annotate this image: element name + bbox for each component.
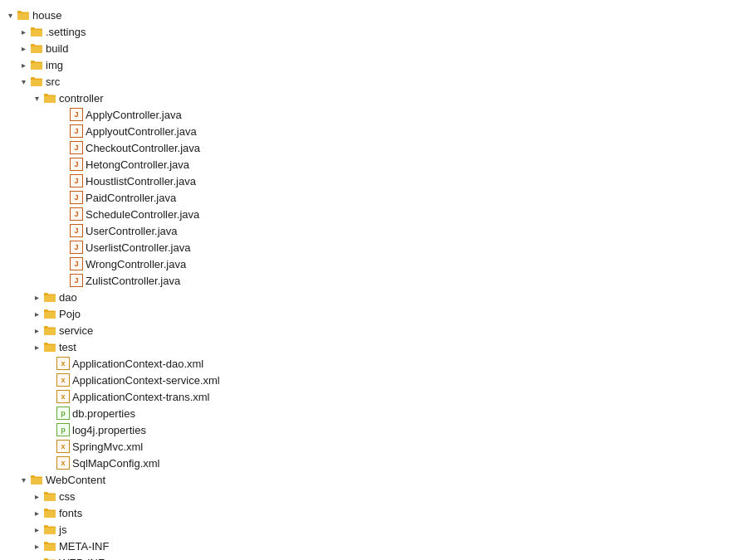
tree-item-appcontext-service[interactable]: x ApplicationContext-service.xml <box>0 372 744 388</box>
xml-file-icon: x <box>56 456 70 470</box>
tree-item-appcontext-dao[interactable]: x ApplicationContext-dao.xml <box>0 355 744 372</box>
label-house: house <box>32 9 61 22</box>
folder-icon-controller <box>43 91 56 105</box>
spacer <box>43 456 56 470</box>
tree-item-service[interactable]: service <box>0 322 744 338</box>
tree-item-web-inf[interactable]: WEB-INF <box>0 554 744 560</box>
java-file-icon: J <box>70 124 83 138</box>
java-file-icon: J <box>70 207 83 221</box>
tree-item-schedulecontroller[interactable]: J ScheduleController.java <box>0 206 744 222</box>
label-zulistcontroller: ZulistController.java <box>86 275 180 287</box>
label-test: test <box>59 341 76 353</box>
tree-item-webcontent[interactable]: WebContent <box>0 471 744 488</box>
label-userlistcontroller: UserlistController.java <box>86 241 190 254</box>
java-file-icon: J <box>70 274 83 287</box>
tree-item-log4j-properties[interactable]: p log4j.properties <box>0 421 744 438</box>
spacer <box>43 440 56 453</box>
spacer <box>56 158 70 171</box>
properties-file-icon: p <box>56 407 70 420</box>
tree-item-zulistcontroller[interactable]: J ZulistController.java <box>0 272 744 289</box>
tree-item-houstlistcontroller[interactable]: J HoustlistController.java <box>0 173 744 189</box>
toggle-build[interactable] <box>17 41 30 55</box>
label-webcontent: WebContent <box>46 474 105 486</box>
xml-file-icon: x <box>56 440 70 453</box>
label-hetongcontroller: HetongController.java <box>86 158 189 171</box>
toggle-js[interactable] <box>30 523 43 536</box>
toggle-src[interactable] <box>17 75 30 88</box>
tree-item-test[interactable]: test <box>0 338 744 355</box>
toggle-test[interactable] <box>30 340 43 353</box>
folder-icon-test <box>43 340 56 353</box>
tree-item-paidcontroller[interactable]: J PaidController.java <box>0 189 744 206</box>
xml-file-icon: x <box>56 390 70 403</box>
tree-item-controller[interactable]: controller <box>0 90 744 106</box>
folder-icon-pojo <box>43 307 56 320</box>
tree-item-pojo[interactable]: Pojo <box>0 305 744 322</box>
label-pojo: Pojo <box>59 308 81 320</box>
spacer <box>43 423 56 436</box>
spacer <box>43 390 56 403</box>
tree-item-css[interactable]: css <box>0 488 744 504</box>
spacer <box>56 257 70 270</box>
folder-icon-build <box>30 41 43 55</box>
label-db-properties: db.properties <box>72 407 135 420</box>
tree-item-usercontroller[interactable]: J UserController.java <box>0 222 744 239</box>
toggle-webcontent[interactable] <box>17 473 30 486</box>
spacer <box>56 108 70 121</box>
xml-file-icon: x <box>56 357 70 370</box>
java-file-icon: J <box>70 158 83 171</box>
toggle-settings[interactable] <box>17 25 30 38</box>
toggle-web-inf[interactable] <box>30 556 43 560</box>
toggle-css[interactable] <box>30 489 43 503</box>
tree-item-hetongcontroller[interactable]: J HetongController.java <box>0 156 744 173</box>
label-web-inf: WEB-INF <box>59 557 105 561</box>
tree-item-fonts[interactable]: fonts <box>0 504 744 521</box>
tree-item-applycontroller[interactable]: J ApplyController.java <box>0 106 744 123</box>
tree-item-db-properties[interactable]: p db.properties <box>0 405 744 421</box>
toggle-service[interactable] <box>30 324 43 337</box>
tree-item-img[interactable]: img <box>0 56 744 73</box>
toggle-house[interactable] <box>3 8 17 22</box>
toggle-pojo[interactable] <box>30 307 43 320</box>
label-usercontroller: UserController.java <box>86 225 178 237</box>
folder-icon-house <box>17 8 30 22</box>
toggle-fonts[interactable] <box>30 506 43 519</box>
tree-item-src[interactable]: src <box>0 73 744 90</box>
java-file-icon: J <box>70 141 83 154</box>
tree-item-userlistcontroller[interactable]: J UserlistController.java <box>0 239 744 256</box>
tree-item-applyoutcontroller[interactable]: J ApplyoutController.java <box>0 123 744 139</box>
toggle-controller[interactable] <box>30 91 43 105</box>
tree-item-settings[interactable]: .settings <box>0 23 744 40</box>
label-sqlmapconfig: SqlMapConfig.xml <box>72 457 160 470</box>
label-appcontext-dao: ApplicationContext-dao.xml <box>72 358 203 370</box>
tree-item-sqlmapconfig[interactable]: x SqlMapConfig.xml <box>0 455 744 471</box>
label-applycontroller: ApplyController.java <box>86 109 182 121</box>
tree-item-appcontext-trans[interactable]: x ApplicationContext-trans.xml <box>0 388 744 405</box>
tree-item-checkoutcontroller[interactable]: J CheckoutController.java <box>0 139 744 156</box>
label-applyoutcontroller: ApplyoutController.java <box>86 125 197 138</box>
label-dao: dao <box>59 291 77 304</box>
tree-item-springmvc[interactable]: x SpringMvc.xml <box>0 438 744 455</box>
label-appcontext-service: ApplicationContext-service.xml <box>72 374 220 387</box>
java-file-icon: J <box>70 174 83 187</box>
folder-icon-src <box>30 75 43 88</box>
folder-icon-webcontent <box>30 473 43 486</box>
folder-icon-css <box>43 489 56 503</box>
spacer <box>43 357 56 370</box>
xml-file-icon: x <box>56 373 70 387</box>
tree-item-house[interactable]: house <box>0 7 744 23</box>
label-checkoutcontroller: CheckoutController.java <box>86 142 200 154</box>
label-log4j-properties: log4j.properties <box>72 424 146 436</box>
tree-item-js[interactable]: js <box>0 521 744 538</box>
label-css: css <box>59 490 76 503</box>
java-file-icon: J <box>70 191 83 204</box>
toggle-meta-inf[interactable] <box>30 539 43 553</box>
spacer <box>56 274 70 287</box>
toggle-dao[interactable] <box>30 290 43 304</box>
spacer <box>56 124 70 138</box>
tree-item-dao[interactable]: dao <box>0 289 744 305</box>
tree-item-build[interactable]: build <box>0 40 744 56</box>
tree-item-wrongcontroller[interactable]: J WrongController.java <box>0 256 744 272</box>
toggle-img[interactable] <box>17 58 30 71</box>
tree-item-meta-inf[interactable]: META-INF <box>0 538 744 554</box>
